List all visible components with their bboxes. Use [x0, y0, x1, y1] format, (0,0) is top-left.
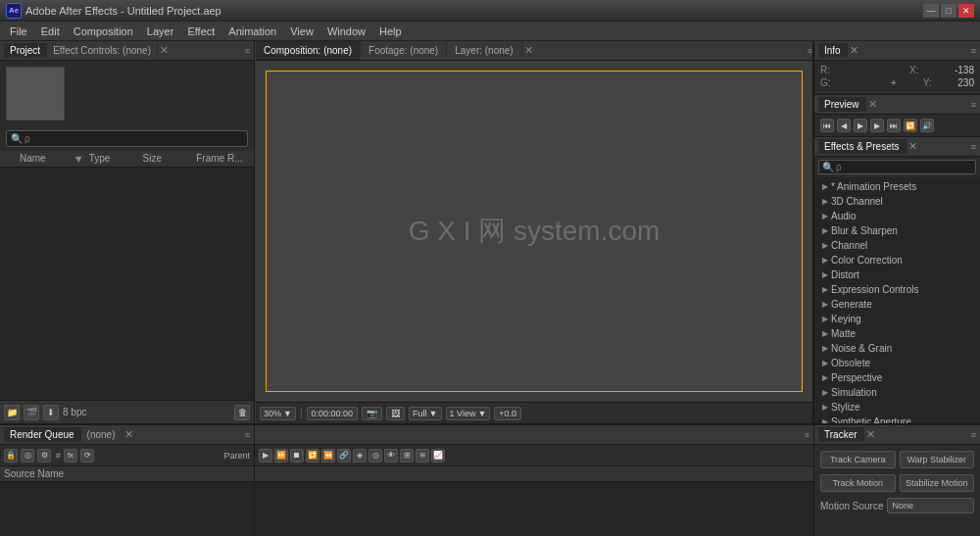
effects-panel-close[interactable]: ✕	[908, 140, 917, 153]
tab-render-queue[interactable]: Render Queue	[4, 427, 81, 442]
tab-composition[interactable]: Composition: (none)	[256, 41, 361, 60]
project-search-bar[interactable]: 🔍	[6, 130, 248, 147]
info-panel-close[interactable]: ✕	[850, 44, 858, 57]
left-panel-menu-icon[interactable]: ≡	[245, 46, 250, 56]
motion-source-dropdown[interactable]: None	[887, 498, 974, 513]
preview-first-button[interactable]: ⏮	[820, 119, 834, 132]
tl-loop-button[interactable]: 🔁	[306, 449, 319, 463]
preview-next-button[interactable]: ▶	[870, 119, 884, 132]
preview-last-button[interactable]: ⏭	[887, 119, 901, 132]
tl-jkl-button[interactable]: ⏪	[321, 449, 335, 463]
project-col-type[interactable]: Type	[89, 153, 143, 165]
effect-item-16[interactable]: ▶Synthetic Aperture	[814, 414, 980, 423]
center-panel-close[interactable]: ✕	[524, 44, 533, 57]
tl-right-menu-icon[interactable]: ≡	[805, 430, 809, 440]
effects-search-bar[interactable]: 🔍	[818, 160, 976, 174]
menu-effect[interactable]: Effect	[181, 24, 220, 39]
tab-effect-controls[interactable]: Effect Controls: (none)	[47, 43, 158, 58]
menu-view[interactable]: View	[284, 24, 319, 39]
tab-footage[interactable]: Footage: (none)	[361, 41, 447, 60]
tl-switch-button[interactable]: ⚙	[37, 449, 51, 463]
effect-item-3[interactable]: ▶Blur & Sharpen	[814, 223, 980, 238]
tl-shy-button[interactable]: 👁	[384, 449, 398, 463]
minimize-button[interactable]: —	[923, 4, 939, 18]
menu-composition[interactable]: Composition	[68, 24, 139, 39]
tl-playhead-area[interactable]	[255, 466, 813, 536]
effect-item-4[interactable]: ▶Channel	[814, 238, 980, 253]
tab-preview[interactable]: Preview	[818, 97, 866, 112]
new-comp-button[interactable]: 🎬	[24, 405, 39, 420]
delete-button[interactable]: 🗑	[234, 405, 250, 420]
project-col-name[interactable]: Name	[20, 153, 74, 165]
quality-dropdown[interactable]: Full▼	[409, 407, 441, 420]
effect-item-7[interactable]: ▶Expression Controls	[814, 282, 980, 297]
import-button[interactable]: ⬇	[43, 405, 59, 420]
info-panel-menu-icon[interactable]: ≡	[971, 46, 976, 56]
effect-item-14[interactable]: ▶Simulation	[814, 385, 980, 400]
effect-item-15[interactable]: ▶Stylize	[814, 400, 980, 414]
track-camera-button[interactable]: Track Camera	[820, 451, 896, 468]
effect-item-5[interactable]: ▶Color Correction	[814, 253, 980, 268]
effects-search-input[interactable]	[836, 162, 972, 172]
preview-play-button[interactable]: ▶	[854, 119, 867, 132]
preview-panel-close[interactable]: ✕	[868, 98, 877, 111]
tl-stop-button[interactable]: ⏹	[290, 449, 304, 463]
effect-item-2[interactable]: ▶Audio	[814, 209, 980, 223]
preview-loop-button[interactable]: 🔁	[904, 119, 917, 132]
zoom-dropdown[interactable]: 30%▼	[260, 407, 296, 420]
track-motion-button[interactable]: Track Motion	[820, 474, 896, 492]
effect-item-10[interactable]: ▶Matte	[814, 326, 980, 341]
tl-solo-button[interactable]: ◎	[21, 449, 34, 463]
menu-layer[interactable]: Layer	[141, 24, 180, 39]
close-button[interactable]: ✕	[958, 4, 974, 18]
effect-item-1[interactable]: ▶3D Channel	[814, 194, 980, 209]
warp-stabilizer-button[interactable]: Warp Stabilizer	[900, 451, 975, 468]
tab-none[interactable]: (none)	[81, 427, 122, 442]
tl-parent-button[interactable]: ⟳	[80, 449, 94, 463]
center-panel-menu-icon[interactable]: ≡	[808, 46, 812, 56]
left-panel-close[interactable]: ✕	[160, 44, 169, 57]
tab-layer[interactable]: Layer: (none)	[447, 41, 521, 60]
tracker-panel-close[interactable]: ✕	[866, 428, 875, 441]
timeline-left-menu-icon[interactable]: ≡	[245, 430, 250, 440]
snapshot-button[interactable]: 📷	[362, 407, 382, 420]
tracker-panel-menu-icon[interactable]: ≡	[971, 430, 976, 440]
tl-solo-mode-button[interactable]: ◎	[368, 449, 382, 463]
project-search-input[interactable]	[24, 133, 243, 144]
timeline-left-close[interactable]: ✕	[124, 428, 133, 441]
tl-graph-button[interactable]: 📈	[431, 449, 445, 463]
project-col-size[interactable]: Size	[143, 153, 197, 165]
tab-info[interactable]: Info	[818, 43, 848, 58]
tl-snap-button[interactable]: 🔗	[337, 449, 351, 463]
tab-tracker[interactable]: Tracker	[818, 427, 864, 442]
tl-frameblend-button[interactable]: ⊞	[400, 449, 414, 463]
timecode-display[interactable]: 0:00:00:00	[307, 407, 359, 420]
effect-item-13[interactable]: ▶Perspective	[814, 370, 980, 385]
tl-mode-button[interactable]: fx	[64, 449, 77, 463]
preview-prev-button[interactable]: ◀	[837, 119, 851, 132]
preview-mute-button[interactable]: 🔊	[920, 119, 934, 132]
effect-item-8[interactable]: ▶Generate	[814, 297, 980, 312]
tab-project[interactable]: Project	[4, 43, 47, 58]
views-dropdown[interactable]: 1 View▼	[446, 407, 491, 420]
tl-ram-preview-button[interactable]: ⏩	[274, 449, 288, 463]
maximize-button[interactable]: □	[941, 4, 956, 18]
effect-item-11[interactable]: ▶Noise & Grain	[814, 341, 980, 356]
menu-edit[interactable]: Edit	[35, 24, 66, 39]
menu-help[interactable]: Help	[373, 24, 408, 39]
preview-panel-menu-icon[interactable]: ≡	[971, 100, 976, 110]
effects-panel-menu-icon[interactable]: ≡	[971, 142, 976, 152]
stabilize-motion-button[interactable]: Stabilize Motion	[900, 474, 975, 492]
show-snapshot-button[interactable]: 🖼	[386, 407, 405, 420]
tl-motionblur-button[interactable]: ≋	[416, 449, 429, 463]
tl-play-button[interactable]: ▶	[259, 449, 272, 463]
project-col-framerate[interactable]: Frame R...	[196, 153, 250, 165]
zoom-reset-button[interactable]: +0.0	[494, 407, 521, 420]
menu-animation[interactable]: Animation	[222, 24, 282, 39]
tab-effects-presets[interactable]: Effects & Presets	[818, 139, 906, 154]
menu-file[interactable]: File	[4, 24, 33, 39]
effect-item-0[interactable]: ▶* Animation Presets	[814, 179, 980, 194]
effect-item-9[interactable]: ▶Keying	[814, 312, 980, 326]
tl-lock-button[interactable]: 🔒	[4, 449, 18, 463]
new-folder-button[interactable]: 📁	[4, 405, 20, 420]
